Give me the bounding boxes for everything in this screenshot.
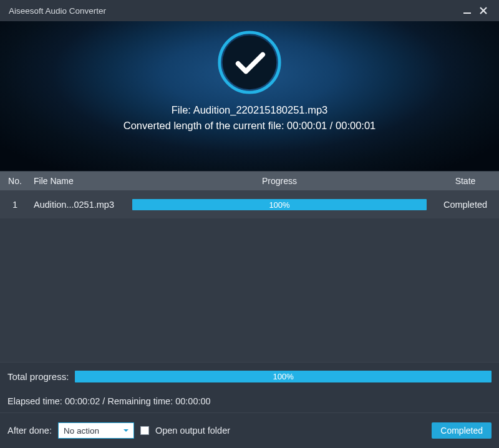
row-state: Completed [432,200,499,210]
svg-point-4 [223,36,277,90]
chevron-down-icon [122,427,130,434]
close-icon [479,6,488,15]
table-header: No. File Name Progress State [0,171,499,191]
window-title: Aiseesoft Audio Converter [9,6,106,16]
open-output-checkbox[interactable] [140,426,149,435]
converted-length-line: Converted length of the current file: 00… [124,120,376,132]
total-progress-percent: 100% [273,372,294,381]
after-done-label: After done: [7,426,52,436]
completed-button[interactable]: Completed [432,422,492,439]
completed-button-label: Completed [440,426,483,436]
row-file-name: Audition...0251.mp3 [30,200,127,210]
footer: After done: No action Open output folder… [0,413,499,448]
after-done-value: No action [64,426,99,436]
col-header-filename: File Name [30,176,127,186]
total-progress-row: Total progress: 100% [0,362,499,390]
times-text: Elapsed time: 00:00:02 / Remaining time:… [7,396,211,406]
row-progress-percent: 100% [269,200,289,210]
total-progress-bar: 100% [75,371,492,382]
minimize-icon [463,6,472,15]
col-header-state: State [432,176,499,186]
col-header-no: No. [0,176,30,186]
list-empty-area [0,218,499,362]
after-done-select[interactable]: No action [58,422,134,439]
minimize-button[interactable] [459,2,475,19]
success-checkmark-icon [216,29,283,95]
open-output-label: Open output folder [155,426,230,436]
row-no: 1 [0,200,30,210]
titlebar: Aiseesoft Audio Converter [0,0,499,21]
file-label-prefix: File: [172,104,193,115]
total-progress-label: Total progress: [7,371,69,382]
row-progress-cell: 100% [127,199,432,210]
svg-rect-0 [463,12,471,14]
col-header-progress: Progress [127,176,432,186]
times-row: Elapsed time: 00:00:02 / Remaining time:… [0,390,499,413]
close-button[interactable] [475,2,492,19]
table-row: 1 Audition...0251.mp3 100% Completed [0,191,499,218]
current-file-line: File: Audition_220215180251.mp3 [172,104,327,116]
file-name: Audition_220215180251.mp3 [193,104,328,115]
hero-panel: File: Audition_220215180251.mp3 Converte… [0,21,499,171]
app-window: Aiseesoft Audio Converter File: Audition… [0,0,499,448]
row-progress-bar: 100% [132,199,427,210]
